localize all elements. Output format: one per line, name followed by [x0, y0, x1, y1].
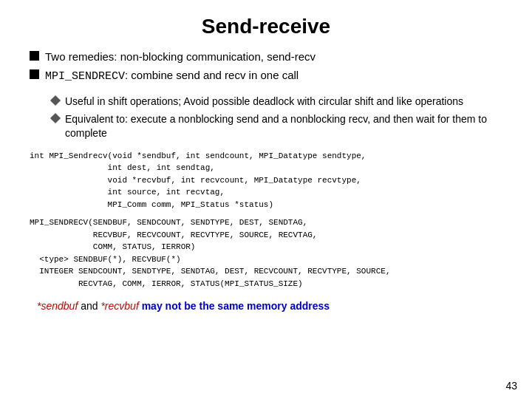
- mpi-sendrecv-code: MPI_SENDRECV: [45, 70, 125, 83]
- sub-text-2: Equivalent to: execute a nonblocking sen…: [65, 112, 502, 141]
- diamond-icon-1: [50, 95, 61, 106]
- sub-bullets: Useful in shift operations; Avoid possib…: [52, 95, 502, 144]
- slide-title: Send-receive: [30, 15, 502, 38]
- footer-and: and: [78, 300, 100, 312]
- code-block-c: int MPI_Sendrecv(void *sendbuf, int send…: [30, 150, 502, 211]
- main-bullets: Two remedies: non-blocking communication…: [30, 49, 502, 87]
- bullet-text-1: Two remedies: non-blocking communication…: [45, 49, 316, 64]
- slide: Send-receive Two remedies: non-blocking …: [0, 0, 532, 399]
- bullet-item-1: Two remedies: non-blocking communication…: [30, 49, 502, 64]
- footer-text: *sendbuf and *recvbuf may not be the sam…: [37, 300, 502, 312]
- bullet-text-2-suffix: : combine send and recv in one call: [125, 69, 299, 81]
- diamond-icon-2: [50, 113, 61, 123]
- footer-sendbuf: *sendbuf: [37, 300, 78, 312]
- bullet-text-2: MPI_SENDRECV: combine send and recv in o…: [45, 67, 299, 84]
- sub-item-1: Useful in shift operations; Avoid possib…: [52, 95, 502, 109]
- bullet-square-2: [30, 69, 39, 79]
- footer-recvbuf: *recvbuf: [100, 300, 138, 312]
- bullet-square-1: [30, 51, 39, 61]
- sub-text-1: Useful in shift operations; Avoid possib…: [65, 95, 463, 109]
- code-block-fortran: MPI_SENDRECV(SENDBUF, SENDCOUNT, SENDTYP…: [30, 216, 502, 290]
- page-number: 43: [505, 380, 517, 392]
- sub-item-2: Equivalent to: execute a nonblocking sen…: [52, 112, 502, 141]
- bullet-item-2: MPI_SENDRECV: combine send and recv in o…: [30, 67, 502, 84]
- footer-suffix: may not be the same memory address: [139, 300, 330, 312]
